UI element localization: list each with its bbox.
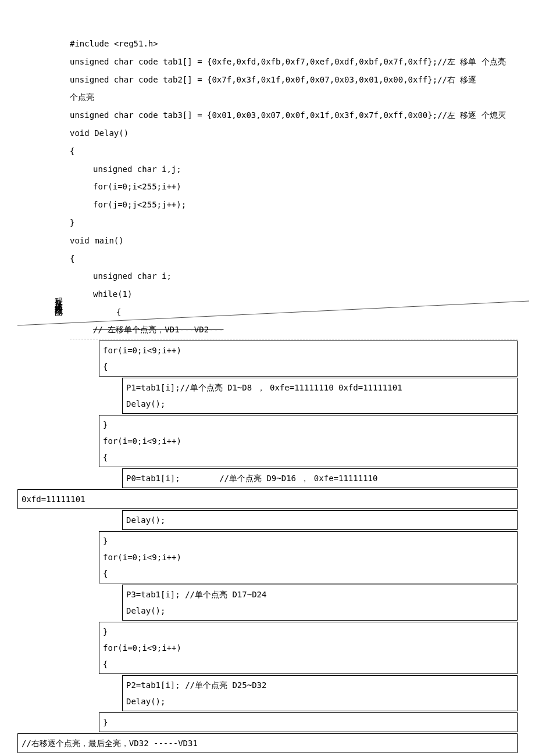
code-block: P3=tab1[i]; //单个点亮 D17~D24 Delay();	[122, 585, 518, 621]
code-line: unsigned char i,j;	[70, 160, 518, 178]
code-line: {	[70, 303, 518, 321]
code-text: //右移逐个点亮，最后全亮，VD32 -----VD31	[22, 739, 198, 748]
code-block: 0xfd=11111101	[17, 489, 518, 509]
code-block: for(i=0;i<9;i++) {	[99, 341, 518, 377]
code-line: for(j=0;j<255;j++);	[70, 196, 518, 214]
code-text: }	[103, 718, 108, 727]
code-line: void Delay()	[70, 124, 518, 142]
code-text: Delay();	[126, 515, 165, 525]
code-block: P0=tab1[i]; //单个点亮 D9~D16 ， 0xfe=1111111…	[122, 468, 518, 488]
code-block: } for(i=0;i<9;i++) {	[99, 415, 518, 467]
code-block: P1=tab1[i];//单个点亮 D1~D8 ， 0xfe=11111110 …	[122, 378, 518, 414]
code-block: } for(i=0;i<9;i++) {	[99, 531, 518, 583]
code-line: unsigned char code tab2[] = {0x7f,0x3f,0…	[70, 71, 518, 89]
code-text: P2=tab1[i]; //单个点亮 D25~D32 Delay();	[126, 680, 266, 706]
code-content: #include <reg51.h> unsigned char code ta…	[70, 35, 518, 753]
code-text: P3=tab1[i]; //单个点亮 D17~D24 Delay();	[126, 590, 266, 615]
divider-diagonal: {	[70, 303, 518, 321]
code-line: for(i=0;i<255;i++)	[70, 178, 518, 196]
document-page: 程序及主要模块流程图 #include <reg51.h> unsigned c…	[0, 0, 535, 756]
code-line: {	[70, 142, 518, 160]
code-line: unsigned char i;	[70, 267, 518, 285]
code-text: for(i=0;i<9;i++) {	[103, 346, 181, 371]
code-text: } for(i=0;i<9;i++) {	[103, 627, 181, 669]
code-block: }	[99, 712, 518, 732]
code-line: #include <reg51.h>	[70, 35, 518, 53]
code-comment-block: //右移逐个点亮，最后全亮，VD32 -----VD31	[17, 733, 518, 753]
code-block: P2=tab1[i]; //单个点亮 D25~D32 Delay();	[122, 675, 518, 711]
code-line: void main()	[70, 232, 518, 250]
code-text: P0=tab1[i]; //单个点亮 D9~D16 ， 0xfe=1111111…	[126, 474, 377, 483]
code-block: Delay();	[122, 510, 518, 530]
code-text: } for(i=0;i<9;i++) {	[103, 536, 181, 578]
code-text: P1=tab1[i];//单个点亮 D1~D8 ， 0xfe=11111110 …	[126, 383, 402, 409]
code-line: unsigned char code tab1[] = {0xfe,0xfd,0…	[70, 53, 518, 71]
code-block: } for(i=0;i<9;i++) {	[99, 622, 518, 674]
code-line: {	[70, 250, 518, 268]
code-line: 个点亮	[70, 88, 518, 106]
code-text: } for(i=0;i<9;i++) {	[103, 420, 181, 462]
code-text: 0xfd=11111101	[22, 495, 85, 504]
code-line: unsigned char code tab3[] = {0x01,0x03,0…	[70, 106, 518, 124]
code-line: }	[70, 214, 518, 232]
